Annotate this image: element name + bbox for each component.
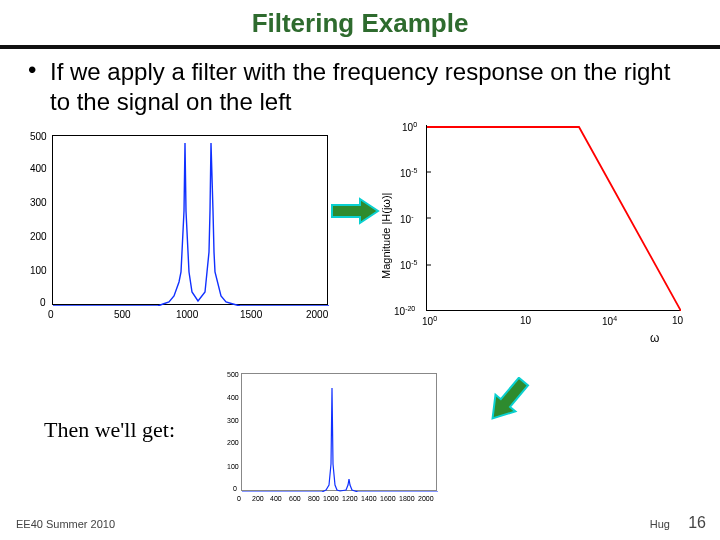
xtick: 1600 — [380, 495, 396, 502]
plot-area — [426, 125, 680, 311]
xtick: 104 — [602, 315, 617, 327]
title-area: Filtering Example — [0, 0, 720, 39]
chart-input-spectrum: 0 500 1000 1500 2000 0 100 200 300 400 5… — [18, 127, 338, 327]
bullet-text: If we apply a filter with the frequency … — [0, 55, 720, 117]
xtick: 100 — [422, 315, 437, 327]
ytick: 100 — [30, 265, 47, 276]
ytick: 10-5 — [400, 259, 417, 271]
svg-marker-4 — [483, 377, 534, 423]
title-rule — [0, 45, 720, 49]
ytick: 200 — [30, 231, 47, 242]
ytick: 500 — [30, 131, 47, 142]
footer-right: Hug — [650, 518, 670, 530]
slide-title: Filtering Example — [252, 8, 469, 39]
ytick: 300 — [30, 197, 47, 208]
xtick: 0 — [48, 309, 54, 320]
xtick: 1200 — [342, 495, 358, 502]
xtick: 2000 — [418, 495, 434, 502]
xtick: 600 — [289, 495, 301, 502]
xtick: 2000 — [306, 309, 328, 320]
ytick: 400 — [30, 163, 47, 174]
xtick: 1400 — [361, 495, 377, 502]
xtick: 0 — [237, 495, 241, 502]
plot-area — [52, 135, 328, 305]
xtick: 10 — [520, 315, 531, 326]
ytick: 400 — [227, 394, 239, 401]
xtick: 1500 — [240, 309, 262, 320]
plot-area — [241, 373, 437, 491]
chart-output-spectrum: 0 200 400 600 800 1000 1200 1400 1600 18… — [215, 367, 445, 517]
y-axis-label: Magnitude |H(jω)| — [380, 193, 392, 279]
x-axis-label: ω — [650, 331, 659, 345]
ytick: 10-20 — [394, 305, 415, 317]
xtick: 1000 — [323, 495, 339, 502]
ytick: 10-5 — [400, 167, 417, 179]
arrow-right-icon — [330, 197, 380, 225]
xtick: 200 — [252, 495, 264, 502]
ytick: 0 — [233, 485, 237, 492]
chart-filter-response: Magnitude |H(jω)| ω 100 10-5 10- 10-5 10… — [370, 119, 700, 349]
output-spectrum-line — [242, 374, 438, 492]
result-row: Then we'll get: 0 200 400 600 800 1000 1… — [0, 377, 720, 537]
xtick: 1800 — [399, 495, 415, 502]
ytick: 200 — [227, 439, 239, 446]
page-number: 16 — [688, 514, 706, 532]
footer-left: EE40 Summer 2010 — [16, 518, 115, 530]
ytick: 500 — [227, 371, 239, 378]
svg-marker-3 — [332, 199, 378, 223]
xtick: 500 — [114, 309, 131, 320]
arrow-down-left-icon — [480, 377, 536, 423]
xtick: 1000 — [176, 309, 198, 320]
xtick: 400 — [270, 495, 282, 502]
input-spectrum-line — [53, 136, 329, 306]
xtick: 10 — [672, 315, 683, 326]
then-text: Then we'll get: — [44, 417, 175, 443]
slide: Filtering Example If we apply a filter w… — [0, 0, 720, 540]
ytick: 10- — [400, 213, 413, 225]
ytick: 0 — [40, 297, 46, 308]
ytick: 300 — [227, 417, 239, 424]
charts-row: 0 500 1000 1500 2000 0 100 200 300 400 5… — [0, 117, 720, 377]
ytick: 100 — [402, 121, 417, 133]
xtick: 800 — [308, 495, 320, 502]
filter-response-line — [427, 125, 681, 311]
ytick: 100 — [227, 463, 239, 470]
